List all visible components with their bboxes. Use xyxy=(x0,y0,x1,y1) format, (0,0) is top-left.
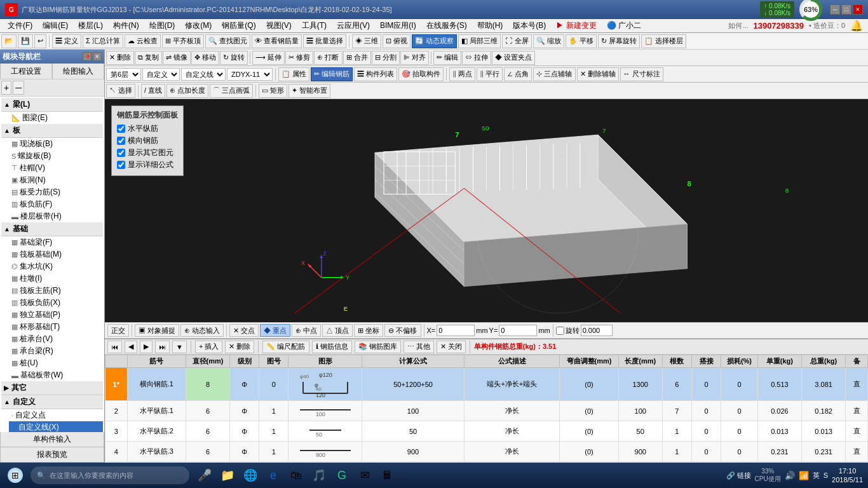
tree-item-cap-beam[interactable]: ▦承台梁(R) xyxy=(9,345,103,357)
left-panel-close[interactable]: ✕ xyxy=(93,52,102,61)
tree-item-raft-main[interactable]: ▤筏板主筋(R) xyxy=(9,285,103,297)
tree-item-column-base[interactable]: ▦柱墩(I) xyxy=(9,273,103,285)
menu-bim[interactable]: BIM应用(I) xyxy=(375,19,421,32)
tb-view-rebar[interactable]: 👁 查看钢筋量 xyxy=(252,34,302,48)
tb-property[interactable]: 📋 属性 xyxy=(278,67,309,81)
nav-play[interactable]: ▶ xyxy=(140,341,153,353)
tb-del-aux[interactable]: ✕ 删除辅轴 xyxy=(577,67,619,81)
tb-point-length[interactable]: ⊕ 点加长度 xyxy=(166,84,208,98)
tb-find[interactable]: 🔍 查找图元 xyxy=(205,34,250,48)
viewport[interactable]: 钢筋显示控制面板 水平纵筋 横向钢筋 显示其它图元 显示详细公式 xyxy=(105,99,868,322)
menu-tools[interactable]: 工具(T) xyxy=(297,19,332,32)
tree-item-pile-cap[interactable]: ▦桩承台(V) xyxy=(9,333,103,345)
y-input[interactable] xyxy=(499,325,537,336)
tb-three-arc[interactable]: ⌒ 三点画弧 xyxy=(210,84,253,98)
tree-section-foundation[interactable]: ▲基础 xyxy=(1,222,103,236)
tree-section-beam[interactable]: ▲梁(L) xyxy=(1,98,103,112)
nav-prev[interactable]: ◀ xyxy=(125,341,137,353)
tb-select-floor[interactable]: 📋 选择楼层 xyxy=(641,34,686,48)
menu-part[interactable]: 构件(N) xyxy=(108,19,144,32)
tree-item-spiral-slab[interactable]: S螺旋板(B) xyxy=(9,150,103,162)
snap-midpoint-btn[interactable]: ◆ 重点 xyxy=(260,324,290,337)
menu-draw[interactable]: 绘图(D) xyxy=(144,19,180,32)
nav-down[interactable]: ▼ xyxy=(172,341,187,353)
menu-guangxiao[interactable]: 🔵 广小二 xyxy=(602,19,646,32)
left-add-btn[interactable]: + xyxy=(1,81,11,95)
nav-first[interactable]: ⏮ xyxy=(107,341,122,353)
tb-top-view[interactable]: ⊡ 俯视 xyxy=(383,34,410,48)
tb-stretch[interactable]: ⇔ 拉伸 xyxy=(462,51,491,65)
menu-modify[interactable]: 修改(M) xyxy=(180,19,217,32)
taskbar-app-store[interactable]: 🛍 xyxy=(286,465,306,485)
tb-edit-rebar[interactable]: ✏ 编辑钢筋 xyxy=(311,67,353,81)
tb-batch[interactable]: ☰ 批量选择 xyxy=(303,34,346,48)
x-input[interactable] xyxy=(437,325,475,336)
system-tray[interactable]: 🔊 xyxy=(785,471,795,480)
floor-select[interactable]: 第6层 xyxy=(106,68,141,81)
left-panel-pin[interactable]: 📌 xyxy=(83,52,92,61)
menu-rebar-qty[interactable]: 钢筋量(Q) xyxy=(217,19,261,32)
info-btn[interactable]: ℹ 钢筋信息 xyxy=(312,341,352,353)
tb-smart[interactable]: ✦ 智能布置 xyxy=(288,84,330,98)
tree-item-slab-hole[interactable]: ▣板洞(N) xyxy=(9,174,103,186)
tb-merge[interactable]: ⊞ 合并 xyxy=(343,51,371,65)
tb-two-points[interactable]: ∥ 两点 xyxy=(449,67,475,81)
drawing-input-btn[interactable]: 绘图输入 xyxy=(52,64,104,79)
delete-btn[interactable]: ✕ 删除 xyxy=(225,341,254,353)
tree-item-custom-point[interactable]: ·自定义点 xyxy=(9,409,103,421)
rebar-row-3[interactable]: 3 水平纵筋.2 6 Φ 1 50 50 xyxy=(105,421,868,442)
menu-edit[interactable]: 编辑(E) xyxy=(37,19,73,32)
tb-undo[interactable]: ↩ xyxy=(34,34,46,48)
rc-others-checkbox[interactable] xyxy=(117,149,125,157)
tb-trim[interactable]: ✂ 修剪 xyxy=(285,51,313,65)
tree-item-found-band[interactable]: ▬基础板带(W) xyxy=(9,369,103,381)
menu-cloud[interactable]: 云应用(V) xyxy=(332,19,375,32)
tb-extend[interactable]: ⟶ 延伸 xyxy=(252,51,285,65)
snap-capture[interactable]: ▣ 对象捕捉 xyxy=(135,324,179,337)
menu-file[interactable]: 文件(F) xyxy=(3,19,37,32)
tree-item-found-beam[interactable]: ▦基础梁(F) xyxy=(9,236,103,248)
tb-3d[interactable]: ◈ 三维 xyxy=(352,34,381,48)
tree-item-raft[interactable]: ▦筏板基础(M) xyxy=(9,248,103,261)
tb-zoom[interactable]: 🔍 缩放 xyxy=(533,34,564,48)
tb-line[interactable]: / 直线 xyxy=(141,84,165,98)
start-button[interactable]: ⊞ xyxy=(3,463,28,488)
tb-pan[interactable]: ✋ 平移 xyxy=(566,34,597,48)
nav-last[interactable]: ⏭ xyxy=(155,341,170,353)
tree-section-custom[interactable]: ▲自定义 xyxy=(1,395,103,409)
snap-midpoint[interactable]: ⊕ 中点 xyxy=(292,324,321,337)
rc-item-horiz[interactable]: 水平纵筋 xyxy=(117,123,178,134)
tb-rectangle[interactable]: ▭ 矩形 xyxy=(259,84,287,98)
tree-item-isolated[interactable]: ▦独立基础(P) xyxy=(9,309,103,321)
tb-copy[interactable]: ⧉ 复制 xyxy=(135,51,162,65)
minimize-button[interactable]: ─ xyxy=(830,4,840,15)
taskbar-app-file[interactable]: 🎤 xyxy=(194,465,215,485)
tree-item-pile[interactable]: ▦桩(U) xyxy=(9,357,103,369)
menu-help[interactable]: 帮助(H) xyxy=(472,19,508,32)
tb-angle[interactable]: ∠ 点角 xyxy=(504,67,532,81)
tb-mirror[interactable]: ⇌ 镜像 xyxy=(163,51,191,65)
snap-dynamic[interactable]: ⊕ 动态输入 xyxy=(180,324,224,337)
rc-item-show-others[interactable]: 显示其它图元 xyxy=(117,147,178,158)
menu-view[interactable]: 视图(V) xyxy=(261,19,297,32)
rebar-row-2[interactable]: 2 水平纵筋.1 6 Φ 1 100 100 xyxy=(105,401,868,421)
maximize-button[interactable]: □ xyxy=(841,4,851,15)
tree-item-column-cap[interactable]: ⊤柱帽(V) xyxy=(9,162,103,174)
close-button[interactable]: ✕ xyxy=(853,4,863,15)
other-btn[interactable]: ⋯ 其他 xyxy=(403,341,434,353)
rc-horiz-checkbox[interactable] xyxy=(117,125,125,133)
type-select[interactable]: 自定义 xyxy=(142,68,180,81)
tb-floor-align[interactable]: ⊞ 平齐板顶 xyxy=(162,34,204,48)
snap-no-offset[interactable]: ⊖ 不偏移 xyxy=(384,324,421,337)
tree-item-floor-band[interactable]: ▬楼层板带(H) xyxy=(9,210,103,222)
taskbar-app-edge[interactable]: 🌐 xyxy=(240,465,261,485)
tb-del[interactable]: ✕ 删除 xyxy=(106,51,134,65)
menu-new-change[interactable]: ▶ 新建变更 xyxy=(551,19,601,32)
menu-online[interactable]: 在线服务(S) xyxy=(421,19,472,32)
rc-item-transverse[interactable]: 横向钢筋 xyxy=(117,135,178,146)
tb-break[interactable]: ⊕ 打断 xyxy=(314,51,342,65)
tb-calc[interactable]: Σ 汇总计算 xyxy=(83,34,123,48)
rebar-row-1[interactable]: 1* 横向钢筋.1 8 Φ 0 φ120 xyxy=(105,368,868,401)
snap-normal[interactable]: 正交 xyxy=(107,324,129,337)
tree-item-slab-rebar[interactable]: ▤板受力筋(S) xyxy=(9,186,103,198)
